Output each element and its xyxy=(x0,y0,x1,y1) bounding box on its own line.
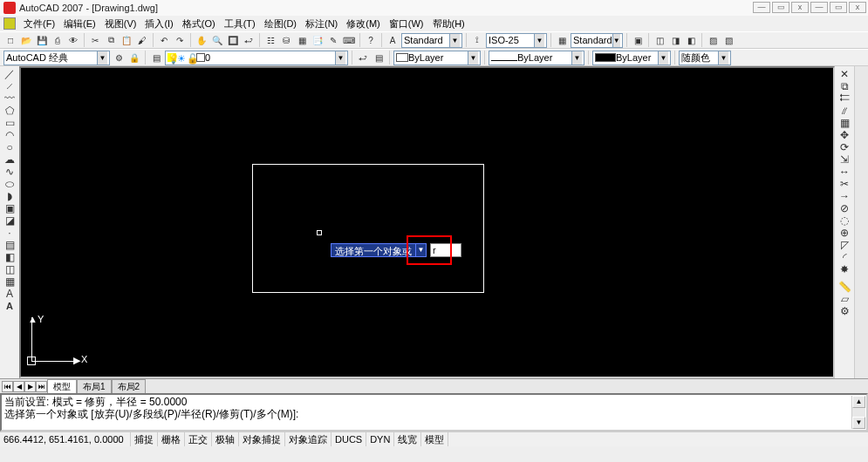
table-tool[interactable]: ▦ xyxy=(2,275,17,288)
line-tool[interactable]: ／ xyxy=(2,68,17,80)
menu-edit[interactable]: 编辑(E) xyxy=(59,17,100,31)
extend-tool[interactable]: → xyxy=(837,190,852,202)
ellipse-arc-tool[interactable]: ◗ xyxy=(2,190,17,202)
lineweight-combo[interactable]: ByLayer▼ xyxy=(592,51,671,65)
tab-nav-last[interactable]: ⏭ xyxy=(36,381,47,392)
zoom-prev-button[interactable]: ⮐ xyxy=(242,33,256,47)
scroll-up-button[interactable]: ▲ xyxy=(852,396,865,408)
layer-combo[interactable]: 💡 ☀ 🔓 0▼ xyxy=(165,51,348,65)
break-tool[interactable]: ◌ xyxy=(837,214,852,227)
status-ducs-toggle[interactable]: DUCS xyxy=(331,432,366,446)
tab-nav-first[interactable]: ⏮ xyxy=(2,381,13,392)
workspace-settings-button[interactable]: ⚙ xyxy=(112,51,126,65)
plotstyle-combo[interactable]: 随颜色▼ xyxy=(679,51,731,65)
scale-tool[interactable]: ⇲ xyxy=(837,153,852,166)
status-dyn-toggle[interactable]: DYN xyxy=(366,432,394,446)
tab-model[interactable]: 模型 xyxy=(47,379,77,394)
app-minimize-button[interactable]: — xyxy=(810,2,828,13)
properties-button[interactable]: ☷ xyxy=(263,33,277,47)
tab-layout2[interactable]: 布局2 xyxy=(112,379,147,394)
menu-draw[interactable]: 绘图(D) xyxy=(260,17,301,31)
std-tb-icon1[interactable]: ▣ xyxy=(631,33,645,47)
menu-dimension[interactable]: 标注(N) xyxy=(301,17,342,31)
status-model-toggle[interactable]: 模型 xyxy=(421,432,448,446)
help-button[interactable]: ? xyxy=(364,33,378,47)
offset-tool[interactable]: ⫽ xyxy=(837,105,852,117)
mtext-tool[interactable]: A xyxy=(2,288,17,300)
paste-button[interactable]: 📋 xyxy=(120,33,133,47)
drawn-rectangle[interactable] xyxy=(252,164,484,293)
arc-tool[interactable]: ◠ xyxy=(2,129,17,141)
menu-view[interactable]: 视图(V) xyxy=(100,17,141,31)
revcloud-tool[interactable]: ☁ xyxy=(2,153,17,166)
color-combo[interactable]: ByLayer▼ xyxy=(393,51,481,65)
text-tool[interactable]: A xyxy=(2,300,17,312)
make-block-tool[interactable]: ◪ xyxy=(2,214,17,227)
mirror-tool[interactable]: ⮄ xyxy=(837,92,852,105)
explode-tool[interactable]: ✸ xyxy=(837,263,852,275)
redo-button[interactable]: ↷ xyxy=(173,33,187,47)
menu-file[interactable]: 文件(F) xyxy=(19,17,59,31)
save-button[interactable]: 💾 xyxy=(35,33,49,47)
open-button[interactable]: 📂 xyxy=(19,33,33,47)
gradient-tool[interactable]: ◧ xyxy=(2,251,17,263)
region-tool[interactable]: ◫ xyxy=(2,263,17,275)
status-otrack-toggle[interactable]: 对象追踪 xyxy=(285,432,331,446)
doc-close-button[interactable]: x xyxy=(791,2,809,13)
std-tb-iconC[interactable]: ◧ xyxy=(684,33,698,47)
circle-tool[interactable]: ○ xyxy=(2,141,17,153)
move-tool[interactable]: ✥ xyxy=(837,129,852,141)
hatch-tool[interactable]: ▤ xyxy=(2,239,17,251)
insert-block-tool[interactable]: ▣ xyxy=(2,202,17,214)
command-scrollbar[interactable]: ▲ ▼ xyxy=(851,396,865,429)
trim-tool[interactable]: ✂ xyxy=(837,178,852,190)
std-tb-iconB[interactable]: ◨ xyxy=(668,33,682,47)
menu-insert[interactable]: 插入(I) xyxy=(140,17,177,31)
preview-button[interactable]: 👁 xyxy=(66,33,80,47)
cut-button[interactable]: ✂ xyxy=(88,33,102,47)
tab-nav-prev[interactable]: ◀ xyxy=(13,381,24,392)
doc-minimize-button[interactable]: — xyxy=(753,2,770,13)
menu-modify[interactable]: 修改(M) xyxy=(342,17,385,31)
std-tb-iconE[interactable]: ▧ xyxy=(721,33,735,47)
stretch-tool[interactable]: ↔ xyxy=(837,166,852,178)
polyline-tool[interactable]: 〰 xyxy=(2,92,17,105)
ellipse-tool[interactable]: ⬭ xyxy=(2,178,17,190)
linetype-combo[interactable]: ByLayer▼ xyxy=(489,51,584,65)
doc-restore-button[interactable]: ▭ xyxy=(772,2,789,13)
massprop-tool[interactable]: ⚙ xyxy=(837,305,852,317)
workspace-combo[interactable]: AutoCAD 经典▼ xyxy=(3,51,110,65)
break-at-point-tool[interactable]: ⊘ xyxy=(837,202,852,214)
pan-button[interactable]: ✋ xyxy=(195,33,208,47)
dim-style-icon[interactable]: ⟟ xyxy=(470,33,484,47)
table-style-combo[interactable]: Standard▼ xyxy=(571,33,623,48)
menu-window[interactable]: 窗口(W) xyxy=(385,17,428,31)
dynamic-input[interactable] xyxy=(433,245,459,255)
status-lwt-toggle[interactable]: 线宽 xyxy=(394,432,421,446)
tool-palette-button[interactable]: ▦ xyxy=(295,33,309,47)
app-close-button[interactable]: x xyxy=(849,2,866,13)
text-style-icon[interactable]: A xyxy=(386,33,400,47)
tab-layout1[interactable]: 布局1 xyxy=(77,379,112,394)
std-tb-iconA[interactable]: ◫ xyxy=(653,33,666,47)
zoom-window-button[interactable]: 🔲 xyxy=(226,33,240,47)
point-tool[interactable]: ∙ xyxy=(2,227,17,239)
status-grid-toggle[interactable]: 栅格 xyxy=(158,432,185,446)
chamfer-tool[interactable]: ◸ xyxy=(837,239,852,251)
copy-button[interactable]: ⧉ xyxy=(104,33,118,47)
plot-button[interactable]: ⎙ xyxy=(51,33,65,47)
command-window[interactable]: 当前设置: 模式 = 修剪，半径 = 50.0000 选择第一个对象或 [放弃(… xyxy=(0,393,868,431)
undo-button[interactable]: ↶ xyxy=(157,33,171,47)
layer-prev-button[interactable]: ⮐ xyxy=(356,51,370,65)
sheet-set-button[interactable]: 📑 xyxy=(311,33,325,47)
text-style-combo[interactable]: Standard▼ xyxy=(401,33,462,48)
distance-tool[interactable]: 📏 xyxy=(837,281,852,293)
zoom-realtime-button[interactable]: 🔍 xyxy=(210,33,224,47)
scroll-down-button[interactable]: ▼ xyxy=(852,417,865,429)
layer-state-button[interactable]: ▤ xyxy=(372,51,386,65)
rotate-tool[interactable]: ⟳ xyxy=(837,141,852,153)
array-tool[interactable]: ▦ xyxy=(837,117,852,129)
area-tool[interactable]: ▱ xyxy=(837,293,852,305)
polygon-tool[interactable]: ⬠ xyxy=(2,105,17,117)
workspace-lock-button[interactable]: 🔒 xyxy=(127,51,141,65)
